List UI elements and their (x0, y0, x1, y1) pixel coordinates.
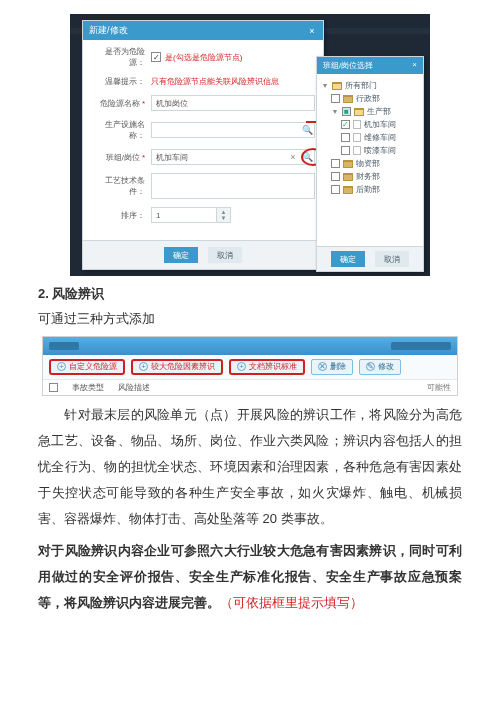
tree-title-text: 班组/岗位选择 (323, 60, 373, 71)
search-icon[interactable]: 🔍 (300, 150, 314, 164)
input-order[interactable]: 1 ▲▼ (151, 207, 231, 223)
tree-node-houqin[interactable]: 后勤部 (331, 184, 419, 195)
tree-node-wuzi[interactable]: 物资部 (331, 158, 419, 169)
tree-node-weixiu[interactable]: 维修车间 (341, 132, 419, 143)
tree-node-jijia[interactable]: ✓机加车间 (341, 119, 419, 130)
folder-open-icon (332, 82, 342, 90)
row-team: 班组/岗位 机加车间 × 🔍 (91, 149, 315, 165)
screenshot-dialog-area: 新建/修改 × 是否为危险源： ✓ 是(勾选是危险源节点) 温馨提示： 只有危险… (70, 14, 430, 276)
folder-open-icon (354, 108, 364, 116)
dialog-titlebar: 新建/修改 × (83, 21, 323, 40)
dialog-footer: 确定 取消 (83, 240, 323, 269)
tree-body: ▾所有部门 行政部 ▾■生产部 ✓机加车间 维修车间 喷漆车间 物资部 财务部 … (317, 74, 423, 242)
ok-button[interactable]: 确定 (164, 247, 198, 263)
caret-down-icon[interactable]: ▾ (321, 81, 329, 90)
label-area: 生产设施名称： (91, 119, 151, 141)
folder-icon (343, 173, 353, 181)
label-team: 班组/岗位 (91, 152, 151, 163)
folder-icon (343, 160, 353, 168)
btn-custom-source[interactable]: +自定义危险源 (49, 359, 125, 375)
dialog-body: 是否为危险源： ✓ 是(勾选是危险源节点) 温馨提示： 只有危险源节点能关联风险… (83, 40, 323, 237)
checkbox-partial[interactable]: ■ (342, 107, 351, 116)
dialog-title-text: 新建/修改 (89, 24, 128, 37)
label-order: 排序： (91, 210, 151, 221)
row-tip: 温馨提示： 只有危险源节点能关联风险辨识信息 (91, 76, 315, 87)
tip-text: 只有危险源节点能关联风险辨识信息 (151, 76, 279, 87)
toolbar-buttons-row: +自定义危险源 +较大危险因素辨识 +文档辨识标准 ✕删除 ✎修改 (43, 355, 457, 379)
paragraph-2: 对于风险辨识内容企业可参照六大行业较大危急有害因素辨识，同时可利用做过的安全评价… (38, 538, 462, 616)
tree-footer: 确定 取消 (317, 246, 423, 271)
btn-doc-standard[interactable]: +文档辨识标准 (229, 359, 305, 375)
document-text-block: 2. 风险辨识 可通过三种方式添加 (0, 284, 500, 330)
caret-down-icon[interactable]: ▾ (331, 107, 339, 116)
checkbox-checked[interactable]: ✓ (341, 120, 350, 129)
screenshot-toolbar-area: +自定义危险源 +较大危险因素辨识 +文档辨识标准 ✕删除 ✎修改 事故类型 风… (42, 336, 458, 396)
paragraph-1: 针对最末层的风险单元（点）开展风险的辨识工作，将风险分为高危急工艺、设备、物品、… (38, 402, 462, 532)
checkbox[interactable] (341, 133, 350, 142)
delete-icon: ✕ (318, 362, 327, 371)
edit-icon: ✎ (366, 362, 375, 371)
tree-root[interactable]: ▾所有部门 (321, 80, 419, 91)
tree-node-penqi[interactable]: 喷漆车间 (341, 145, 419, 156)
toolbar-table-header: 事故类型 风险描述 可能性 (43, 379, 457, 395)
col-risk-desc[interactable]: 风险描述 (118, 382, 150, 393)
checkbox[interactable] (331, 94, 340, 103)
clear-icon[interactable]: × (286, 150, 300, 164)
col-possibility[interactable]: 可能性 (427, 382, 451, 393)
label-is-source: 是否为危险源： (91, 46, 151, 68)
row-source-name: 危险源名称 机加岗位 (91, 95, 315, 111)
row-tech: 工艺技术条件： (91, 173, 315, 199)
create-edit-dialog: 新建/修改 × 是否为危险源： ✓ 是(勾选是危险源节点) 温馨提示： 只有危险… (82, 20, 324, 270)
close-icon[interactable]: × (412, 60, 417, 71)
checkbox[interactable] (331, 185, 340, 194)
checkbox[interactable] (341, 146, 350, 155)
folder-icon (343, 95, 353, 103)
section-heading: 2. 风险辨识 (38, 284, 462, 305)
input-team[interactable]: 机加车间 × 🔍 (151, 149, 315, 165)
close-icon[interactable]: × (307, 26, 317, 36)
label-tip: 温馨提示： (91, 76, 151, 87)
toolbar-header-bar (43, 337, 457, 355)
btn-major-risk[interactable]: +较大危险因素辨识 (131, 359, 223, 375)
input-area[interactable]: 🔍 (151, 122, 315, 138)
row-area: 生产设施名称： 🔍 (91, 119, 315, 141)
plus-icon: + (237, 362, 246, 371)
tree-node-prod[interactable]: ▾■生产部 (331, 106, 419, 117)
tree-node-caiwu[interactable]: 财务部 (331, 171, 419, 182)
plus-icon: + (139, 362, 148, 371)
folder-icon (343, 186, 353, 194)
btn-edit[interactable]: ✎修改 (359, 359, 401, 375)
tree-ok-button[interactable]: 确定 (331, 251, 365, 267)
tree-titlebar: 班组/岗位选择 × (317, 57, 423, 74)
checkbox[interactable] (331, 172, 340, 181)
input-source-name[interactable]: 机加岗位 (151, 95, 315, 111)
label-source-name: 危险源名称 (91, 98, 151, 109)
team-select-panel: 班组/岗位选择 × ▾所有部门 行政部 ▾■生产部 ✓机加车间 维修车间 喷漆车… (316, 56, 424, 272)
tree-node-admin[interactable]: 行政部 (331, 93, 419, 104)
section-subtext: 可通过三种方式添加 (38, 309, 462, 330)
file-icon (353, 133, 361, 142)
stepper-icon[interactable]: ▲▼ (216, 208, 230, 222)
checkbox[interactable] (331, 159, 340, 168)
search-icon[interactable]: 🔍 (300, 123, 314, 137)
col-accident-type[interactable]: 事故类型 (72, 382, 104, 393)
label-tech: 工艺技术条件： (91, 175, 151, 197)
input-tech[interactable] (151, 173, 315, 199)
checkbox-is-source[interactable]: ✓ (151, 52, 161, 62)
cancel-button[interactable]: 取消 (208, 247, 242, 263)
file-icon (353, 120, 361, 129)
tree-cancel-button[interactable]: 取消 (375, 251, 409, 267)
row-order: 排序： 1 ▲▼ (91, 207, 315, 223)
row-is-source: 是否为危险源： ✓ 是(勾选是危险源节点) (91, 46, 315, 68)
plus-icon: + (57, 362, 66, 371)
is-source-text: 是(勾选是危险源节点) (165, 52, 242, 63)
btn-delete[interactable]: ✕删除 (311, 359, 353, 375)
file-icon (353, 146, 361, 155)
select-all-checkbox[interactable] (49, 383, 58, 392)
